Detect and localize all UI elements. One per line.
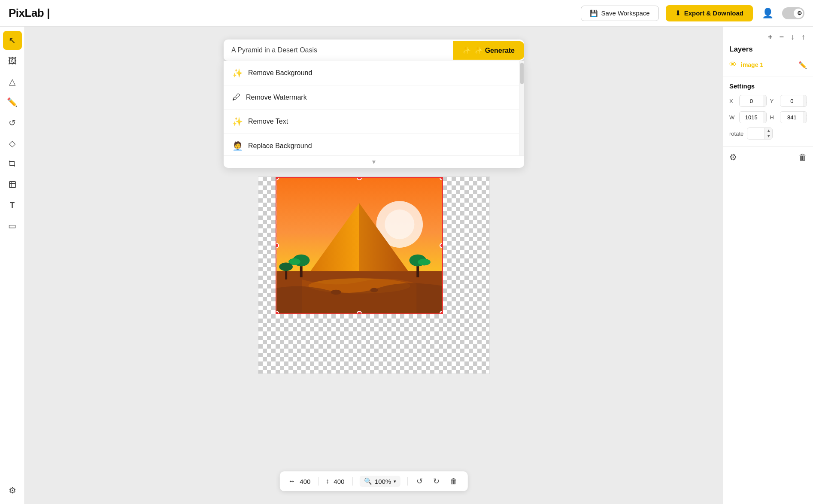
user-profile-button[interactable]: 👤 <box>760 6 775 21</box>
frame-icon: ▭ <box>8 221 16 231</box>
y-increment-button[interactable]: ▲ <box>804 95 807 101</box>
handle-middle-right[interactable] <box>440 243 443 248</box>
rotate-input[interactable] <box>747 128 764 139</box>
dropdown-scroll[interactable]: ✨ Remove Background 🖊 Remove Watermark ✨… <box>224 61 519 155</box>
w-label: W <box>729 114 736 121</box>
layer-settings-button[interactable]: ⚙ <box>729 152 737 162</box>
zoom-chevron-icon: ▾ <box>394 479 396 484</box>
redo-button[interactable]: ↻ <box>431 476 441 487</box>
rotate-input-wrap: ▲ ▼ <box>747 128 773 140</box>
layers-title: Layers <box>723 43 813 57</box>
h-increment-button[interactable]: ▲ <box>804 112 807 117</box>
star-icon: ✨ <box>232 116 243 127</box>
remove-background-item[interactable]: ✨ Remove Background <box>224 61 519 85</box>
rotate-label: rotate <box>729 131 743 137</box>
rotate-spinner: ▲ ▼ <box>764 128 772 139</box>
remove-watermark-item[interactable]: 🖊 Remove Watermark <box>224 85 519 109</box>
crop-tool-button[interactable] <box>3 155 22 173</box>
replace-background-item[interactable]: 🧑‍💼 Replace Background <box>224 134 519 155</box>
width-control: ↔ 400 <box>288 477 312 485</box>
rotate-increment-button[interactable]: ▲ <box>765 128 772 134</box>
settings-section: Settings X ▲ ▼ Y ▲ ▼ <box>723 76 813 144</box>
move-layer-up-button[interactable]: ↑ <box>800 32 807 43</box>
bottom-bar: ↔ 400 ↕ 400 🔍 100% ▾ ↺ ↻ 🗑 <box>280 471 468 491</box>
w-input[interactable] <box>740 112 763 123</box>
canvas-wrapper <box>258 176 490 374</box>
layer-visibility-icon[interactable]: 👁 <box>729 61 737 69</box>
delete-button[interactable]: 🗑 <box>448 476 459 487</box>
export-download-button[interactable]: ⬇ Export & Download <box>666 5 753 21</box>
undo-button[interactable]: ↺ <box>415 476 425 487</box>
gear-icon: ⚙ <box>797 10 802 16</box>
w-input-wrap: ▲ ▼ <box>739 111 766 123</box>
scroll-down-indicator: ▼ <box>224 155 524 168</box>
transform-icon <box>8 180 17 189</box>
main-area: ↖ 🖼 △ ✏️ ↺ ◇ T <box>0 27 813 504</box>
pen-tool-button[interactable]: ✏️ <box>3 93 22 112</box>
remove-watermark-label: Remove Watermark <box>246 94 307 101</box>
eraser-tool-button[interactable]: ◇ <box>3 134 22 153</box>
svg-point-3 <box>385 209 414 239</box>
y-decrement-button[interactable]: ▼ <box>804 101 807 106</box>
w-decrement-button[interactable]: ▼ <box>763 117 766 123</box>
undo-icon: ↺ <box>9 118 16 128</box>
height-value: 400 <box>333 478 346 485</box>
h-input[interactable] <box>780 112 804 123</box>
shape-tool-button[interactable]: △ <box>3 72 22 91</box>
add-layer-button[interactable]: + <box>766 32 774 43</box>
move-layer-down-button[interactable]: ↓ <box>789 32 796 43</box>
frame-tool-button[interactable]: ▭ <box>3 216 22 235</box>
y-input-wrap: ▲ ▼ <box>780 95 807 107</box>
cursor-icon: ↖ <box>9 35 16 46</box>
layer-edit-button[interactable]: ✏️ <box>798 61 807 69</box>
sparkle-icon: ✨ <box>232 68 243 78</box>
generate-button[interactable]: ✨ ✨ Generate <box>453 41 524 60</box>
zoom-control[interactable]: 🔍 100% ▾ <box>360 476 400 487</box>
eraser-icon: ◇ <box>9 138 15 149</box>
left-toolbar: ↖ 🖼 △ ✏️ ↺ ◇ T <box>0 27 25 504</box>
h-spinner: ▲ ▼ <box>804 112 807 123</box>
x-input[interactable] <box>740 96 763 106</box>
w-increment-button[interactable]: ▲ <box>763 112 766 117</box>
layer-delete-button[interactable]: 🗑 <box>798 152 807 162</box>
handle-bottom-center[interactable] <box>357 311 362 314</box>
x-label: X <box>729 98 736 104</box>
canvas-image[interactable] <box>276 177 443 314</box>
save-icon: 💾 <box>590 9 598 17</box>
save-workspace-button[interactable]: 💾 Save Workspace <box>581 6 659 21</box>
layers-header: + − ↓ ↑ <box>723 27 813 43</box>
x-spinner: ▲ ▼ <box>763 95 766 106</box>
rotate-decrement-button[interactable]: ▼ <box>765 134 772 139</box>
download-icon: ⬇ <box>675 9 681 17</box>
wh-row: W ▲ ▼ H ▲ ▼ <box>729 111 807 123</box>
svg-point-8 <box>331 290 341 295</box>
h-label: H <box>770 114 777 121</box>
settings-tool-button[interactable]: ⚙ <box>3 481 22 500</box>
prompt-bar: ✨ ✨ Generate <box>224 39 524 61</box>
remove-text-item[interactable]: ✨ Remove Text <box>224 109 519 134</box>
h-decrement-button[interactable]: ▼ <box>804 117 807 123</box>
transform-tool-button[interactable] <box>3 175 22 194</box>
y-input[interactable] <box>780 96 804 106</box>
remove-layer-button[interactable]: − <box>777 32 786 43</box>
handle-bottom-right[interactable] <box>440 311 443 314</box>
text-tool-button[interactable]: T <box>3 196 22 215</box>
x-increment-button[interactable]: ▲ <box>763 95 766 101</box>
crop-icon <box>8 160 17 168</box>
dark-mode-toggle[interactable]: ⚙ <box>782 7 804 19</box>
pen-icon: 🖊 <box>232 92 241 102</box>
prompt-input[interactable] <box>224 39 453 61</box>
gear-tool-icon: ⚙ <box>9 485 16 495</box>
image-tool-button[interactable]: 🖼 <box>3 52 22 70</box>
dropdown-panel: ✨ Remove Background 🖊 Remove Watermark ✨… <box>224 61 524 168</box>
cursor-tool-button[interactable]: ↖ <box>3 31 22 50</box>
width-value: 400 <box>299 478 312 485</box>
undo-tool-button[interactable]: ↺ <box>3 113 22 132</box>
h-input-wrap: ▲ ▼ <box>780 111 807 123</box>
separator-3 <box>407 477 408 486</box>
svg-rect-0 <box>9 182 15 188</box>
replace-background-label: Replace Background <box>248 142 312 150</box>
layer-item[interactable]: 👁 image 1 ✏️ <box>723 57 813 73</box>
canvas-background[interactable] <box>258 176 490 374</box>
x-decrement-button[interactable]: ▼ <box>763 101 766 106</box>
